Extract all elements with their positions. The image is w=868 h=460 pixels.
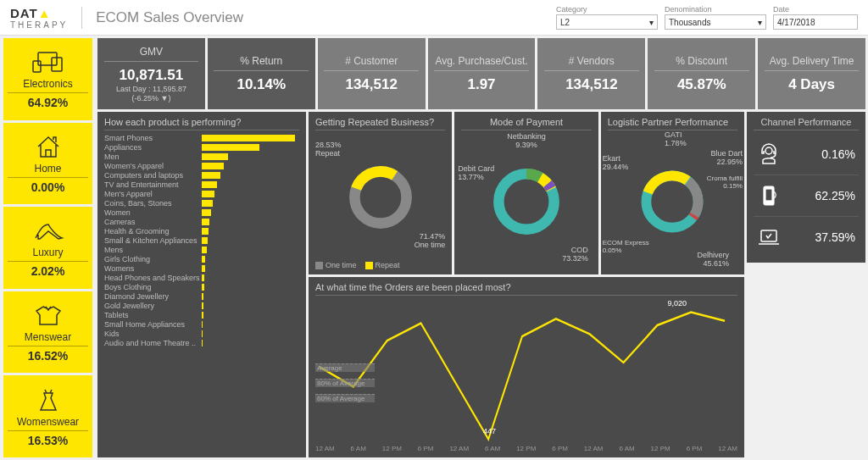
product-bar-row: Men's Apparel	[104, 190, 299, 198]
dress-icon	[37, 386, 59, 413]
svg-rect-15	[765, 189, 772, 201]
kpi-customer: # Customer134,512	[318, 38, 426, 109]
channel-row: 62.25%	[754, 175, 859, 217]
cat-menswear[interactable]: Menswear16.52%	[3, 291, 92, 374]
filter-date[interactable]: Date 4/17/2018	[773, 5, 858, 30]
product-bar-row: Womens	[104, 264, 299, 273]
logistic-panel: Logistic Partner Performance Ekart29.44%…	[601, 112, 744, 274]
product-bar-row: Men	[104, 152, 299, 161]
kpi-avg-purchase: Avg. Purchase/Cust.1.97	[428, 38, 536, 109]
page-title: ECOM Sales Overview	[96, 9, 243, 26]
product-bar-row: TV and Entertainment	[104, 180, 299, 189]
kpi-row: GMV 10,871.51 Last Day : 11,595.87 (-6.2…	[97, 38, 865, 109]
svg-rect-2	[33, 61, 41, 72]
filter-category[interactable]: Category L2▾	[556, 5, 658, 30]
chevron-down-icon: ▾	[649, 18, 654, 27]
product-bar-row: Smart Phones	[104, 134, 299, 142]
header-bar: DAT▲ THERAPY ECOM Sales Overview Categor…	[0, 0, 868, 36]
payment-mode-panel: Mode of Payment Netbanking9.39% Debit Ca…	[454, 112, 598, 274]
laptop-icon	[757, 225, 781, 249]
product-bar-row: Small & Kitchen Appliances	[104, 236, 299, 245]
product-bar-row: Mens	[104, 246, 299, 254]
product-bar-row: Health & Grooming	[104, 227, 299, 236]
logo: DAT▲ THERAPY	[10, 6, 68, 30]
devices-icon	[31, 48, 65, 75]
svg-rect-16	[761, 230, 776, 241]
product-bar-row: Women's Apparel	[104, 162, 299, 170]
product-bar-row: Kids	[104, 330, 299, 338]
product-bar-row: Tablets	[104, 311, 299, 319]
product-bar-row: Head Phones and Speakers	[104, 274, 299, 282]
product-bar-row: Boys Clothing	[104, 283, 299, 291]
chevron-down-icon: ▾	[758, 18, 762, 27]
channel-row: 0.16%	[754, 134, 859, 175]
product-bar-row: Computers and laptops	[104, 171, 299, 180]
kpi-gmv: GMV 10,871.51 Last Day : 11,595.87 (-6.2…	[97, 38, 205, 109]
heel-icon	[33, 217, 64, 244]
product-performance-panel: How each product is performing? Smart Ph…	[97, 112, 306, 457]
kpi-discount: % Discount45.87%	[648, 38, 755, 109]
mobile-icon	[757, 184, 781, 208]
product-bar-row: Coins, Bars, Stones	[104, 199, 299, 208]
kpi-vendors: # Vendors134,512	[537, 38, 645, 109]
product-bar-row: Women	[104, 208, 299, 217]
headset-icon	[757, 142, 781, 166]
kpi-delivery: Avg. Delivery Time4 Days	[758, 38, 865, 109]
cat-womenswear[interactable]: Womenswear16.53%	[3, 375, 92, 457]
filter-denomination[interactable]: Denomination Thousands▾	[665, 5, 766, 30]
channel-performance-panel: Channel Performance 0.16% 62.25% 37.59%	[747, 112, 865, 263]
product-bar-row: Audio and Home Theatre ..	[104, 339, 299, 347]
kpi-return: % Return10.14%	[208, 38, 315, 109]
home-icon	[35, 133, 62, 160]
product-bar-row: Small Home Appliances	[104, 320, 299, 329]
repeat-business-panel: Getting Repeated Business? 28.53%Repeat …	[309, 112, 452, 274]
orders-time-panel: At what time the Orders are been placed …	[309, 277, 744, 457]
shirt-icon	[35, 302, 62, 329]
cat-home[interactable]: Home0.00%	[3, 123, 92, 205]
product-bar-row: Girls Clothing	[104, 255, 299, 263]
cat-luxury[interactable]: Luxury2.02%	[3, 207, 92, 289]
product-bar-row: Gold Jewellery	[104, 302, 299, 310]
svg-point-13	[765, 147, 772, 154]
cat-electronics[interactable]: Electronics64.92%	[3, 38, 92, 120]
product-bar-row: Cameras	[104, 218, 299, 226]
category-sidebar: Electronics64.92% Home0.00% Luxury2.02% …	[0, 36, 95, 460]
product-bar-row: Diamond Jewellery	[104, 292, 299, 301]
product-bar-row: Appliances	[104, 143, 299, 152]
channel-row: 37.59%	[754, 217, 859, 258]
